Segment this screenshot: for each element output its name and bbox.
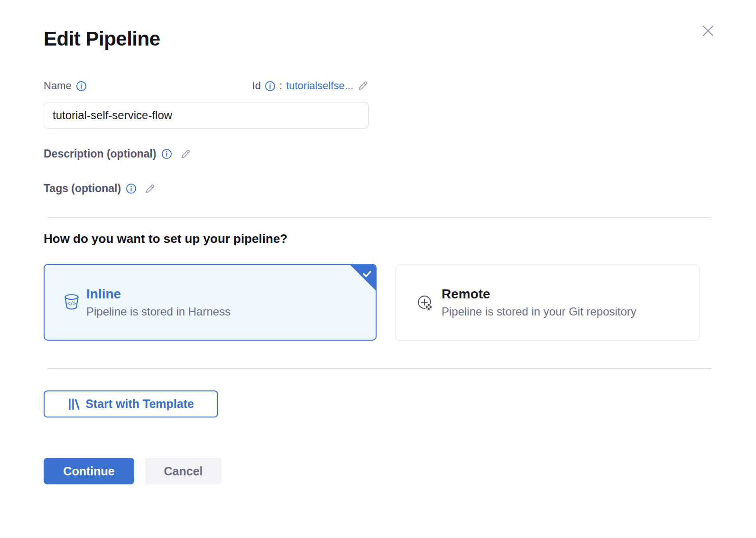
name-id-row: Name Id : tutorialselfse... bbox=[44, 80, 369, 92]
remote-card-title: Remote bbox=[442, 287, 636, 302]
tags-label: Tags (optional) bbox=[44, 182, 121, 195]
cancel-button[interactable]: Cancel bbox=[145, 458, 221, 484]
description-edit-icon[interactable] bbox=[180, 148, 191, 160]
pipeline-name-input[interactable] bbox=[44, 102, 369, 129]
inline-card-description: Pipeline is stored in Harness bbox=[86, 305, 230, 318]
divider bbox=[47, 217, 711, 218]
remote-card-content: Remote Pipeline is stored in your Git re… bbox=[396, 265, 699, 340]
store-type-card-remote[interactable]: Remote Pipeline is stored in your Git re… bbox=[396, 264, 700, 341]
divider bbox=[47, 368, 711, 369]
name-label: Name bbox=[44, 80, 72, 92]
id-separator: : bbox=[279, 80, 282, 92]
inline-code-bucket-icon: </> bbox=[64, 293, 80, 311]
name-label-group: Name bbox=[44, 80, 87, 92]
id-info-icon[interactable] bbox=[265, 81, 276, 92]
remote-card-description: Pipeline is stored in your Git repositor… bbox=[442, 305, 636, 318]
start-with-template-label: Start with Template bbox=[85, 397, 194, 411]
remote-git-icon bbox=[415, 293, 435, 313]
close-icon bbox=[701, 23, 716, 38]
cancel-label: Cancel bbox=[164, 464, 203, 478]
setup-question-heading: How do you want to set up your pipeline? bbox=[44, 232, 287, 246]
template-library-icon bbox=[68, 398, 80, 411]
tags-row: Tags (optional) bbox=[44, 182, 156, 195]
start-with-template-button[interactable]: Start with Template bbox=[44, 390, 218, 417]
close-button[interactable] bbox=[696, 19, 720, 43]
name-info-icon[interactable] bbox=[76, 81, 87, 92]
store-type-card-inline[interactable]: </> Inline Pipeline is stored in Harness bbox=[44, 264, 377, 341]
tags-edit-icon[interactable] bbox=[144, 183, 156, 195]
inline-card-content: </> Inline Pipeline is stored in Harness bbox=[45, 265, 376, 340]
pipeline-id-group: Id : tutorialselfse... bbox=[252, 80, 369, 92]
id-label: Id bbox=[252, 80, 261, 92]
remote-card-text: Remote Pipeline is stored in your Git re… bbox=[442, 287, 636, 318]
page-title: Edit Pipeline bbox=[44, 28, 160, 50]
pipeline-id-link[interactable]: tutorialselfse... bbox=[286, 80, 353, 92]
inline-card-text: Inline Pipeline is stored in Harness bbox=[86, 287, 230, 318]
inline-card-title: Inline bbox=[86, 287, 230, 302]
tags-info-icon[interactable] bbox=[126, 183, 137, 194]
description-row: Description (optional) bbox=[44, 148, 191, 160]
description-label: Description (optional) bbox=[44, 148, 157, 160]
edit-pipeline-modal: Edit Pipeline Name Id bbox=[0, 0, 756, 538]
continue-button[interactable]: Continue bbox=[44, 458, 134, 484]
id-edit-icon[interactable] bbox=[357, 80, 369, 92]
continue-label: Continue bbox=[63, 464, 114, 478]
selected-check-icon bbox=[361, 268, 373, 279]
svg-text:</>: </> bbox=[67, 301, 76, 306]
description-info-icon[interactable] bbox=[161, 148, 172, 159]
